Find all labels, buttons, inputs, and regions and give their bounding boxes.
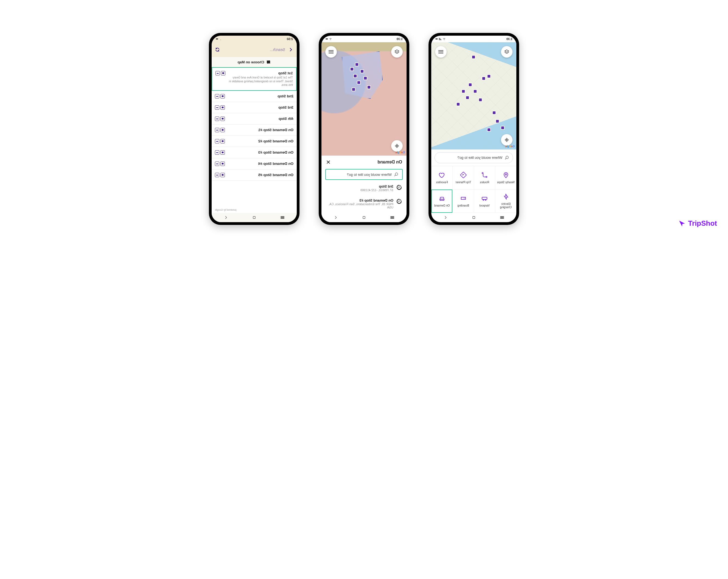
svg-rect-50 [216, 152, 218, 153]
nav-recents[interactable] [280, 215, 285, 220]
svg-rect-51 [222, 163, 224, 165]
nav-recents[interactable] [500, 215, 504, 220]
system-navbar [431, 213, 516, 222]
tile-label: Favorites [436, 181, 448, 184]
locate-button[interactable] [501, 134, 513, 146]
svg-rect-25 [329, 52, 334, 52]
svg-rect-12 [482, 197, 487, 199]
route-icon [481, 172, 488, 178]
stop-row[interactable]: 3rd Stop [212, 102, 297, 113]
brand-text: TripShot [688, 219, 717, 228]
destination-input[interactable]: Where would you like to go? [325, 169, 403, 180]
recent-sub: PIER 39, The Embarcadero, San Francisco,… [326, 202, 393, 209]
bus-icon [220, 139, 225, 143]
svg-rect-43 [222, 118, 224, 119]
bus-icon [220, 173, 225, 177]
nav-recents[interactable] [390, 215, 395, 220]
recent-item[interactable]: 3rd Stop 37.789810, -122.411969 [325, 182, 403, 194]
stop-desc: The 1st Stop is located at Grant Ave and… [228, 76, 293, 87]
search-field[interactable]: Search... [270, 48, 285, 52]
svg-rect-24 [329, 50, 334, 51]
svg-rect-0 [436, 38, 438, 39]
svg-rect-48 [216, 141, 218, 142]
menu-button[interactable] [325, 46, 337, 58]
map-icon [266, 60, 271, 64]
tile-trip-planner[interactable]: Trip Planner [453, 166, 474, 190]
svg-rect-21 [473, 216, 475, 219]
svg-rect-55 [281, 216, 284, 217]
close-icon[interactable] [326, 160, 331, 165]
svg-rect-52 [216, 163, 218, 164]
car-icon [215, 162, 219, 166]
svg-point-29 [395, 173, 398, 175]
layers-button[interactable] [391, 46, 403, 58]
nav-home[interactable] [471, 215, 476, 220]
svg-rect-54 [216, 175, 218, 175]
svg-rect-44 [216, 118, 218, 119]
car-icon [215, 150, 219, 155]
stop-row[interactable]: 4th Stop [212, 113, 297, 125]
search-header: Search... [212, 42, 297, 57]
svg-rect-37 [223, 73, 224, 74]
bus-icon [220, 150, 225, 155]
svg-rect-23 [325, 39, 326, 39]
map-view[interactable]: Google [431, 42, 516, 149]
nav-back[interactable] [333, 215, 338, 220]
choose-on-map-label: Choose on Map [238, 60, 264, 64]
search-placeholder: Where would you like to go? [458, 156, 502, 160]
layers-icon [394, 49, 399, 54]
wifi-icon [443, 37, 445, 40]
map-view[interactable]: Google [321, 42, 407, 156]
svg-rect-53 [222, 174, 224, 176]
status-time: 2:50 [287, 37, 293, 40]
statusbar: 1:39 [321, 36, 407, 42]
tile-on-demand[interactable]: On Demand [431, 190, 453, 213]
svg-rect-19 [500, 217, 504, 218]
tile-nearby-stops[interactable]: Nearby Stops [495, 166, 517, 190]
nav-back[interactable] [443, 215, 448, 220]
tile-routes[interactable]: Routes [474, 166, 495, 190]
stop-row[interactable]: On Demand Stop #1 [212, 125, 297, 136]
tile-label: On Demand [434, 204, 450, 207]
nav-home[interactable] [252, 215, 257, 220]
nav-back[interactable] [224, 215, 228, 220]
stop-row[interactable]: 2nd Stop [212, 91, 297, 102]
locate-button[interactable] [391, 140, 403, 152]
choose-on-map-button[interactable]: Choose on Map [212, 57, 297, 67]
svg-rect-40 [216, 96, 218, 97]
tile-boarding[interactable]: Boarding [453, 190, 474, 213]
tile-label: Trip Planner [456, 181, 471, 184]
battery-icon [435, 37, 438, 40]
svg-rect-4 [438, 53, 443, 54]
svg-rect-42 [216, 107, 218, 108]
recent-sub: 37.789810, -122.411969 [326, 188, 393, 192]
layers-button[interactable] [501, 46, 513, 58]
bus-icon [220, 162, 225, 166]
google-attribution: Google [395, 151, 405, 154]
home-tiles: Nearby Stops Routes Trip Planner Favorit… [431, 166, 516, 213]
tile-electric-charging[interactable]: Electric Charging [495, 190, 517, 213]
directions-icon [460, 172, 467, 178]
refresh-icon[interactable] [215, 47, 220, 52]
stop-row[interactable]: On Demand Stop #5 [212, 169, 297, 181]
stop-row[interactable]: On Demand Stop #2 [212, 136, 297, 147]
search-icon [394, 172, 398, 176]
tile-favorites[interactable]: Favorites [431, 166, 453, 190]
menu-button[interactable] [435, 46, 447, 58]
car-icon [439, 195, 445, 201]
tile-vanpool[interactable]: Vanpool [474, 190, 495, 213]
stop-row[interactable]: On Demand Stop #3 [212, 147, 297, 158]
svg-rect-2 [438, 50, 443, 51]
history-icon [396, 184, 402, 190]
recent-item[interactable]: On Demand Stop #3 PIER 39, The Embarcade… [325, 196, 403, 211]
sheet-title: On Demand [378, 160, 402, 165]
car-icon [215, 173, 219, 177]
stop-title: On Demand Stop #2 [228, 139, 293, 143]
back-arrow-icon[interactable] [288, 47, 293, 52]
nav-home[interactable] [362, 215, 366, 220]
stop-row[interactable]: On Demand Stop #4 [212, 158, 297, 169]
svg-rect-11 [460, 172, 466, 178]
svg-point-28 [397, 146, 397, 146]
stop-row[interactable]: 1st Stop The 1st Stop is located at Gran… [212, 67, 297, 91]
search-input[interactable]: Where would you like to go? [435, 152, 513, 163]
